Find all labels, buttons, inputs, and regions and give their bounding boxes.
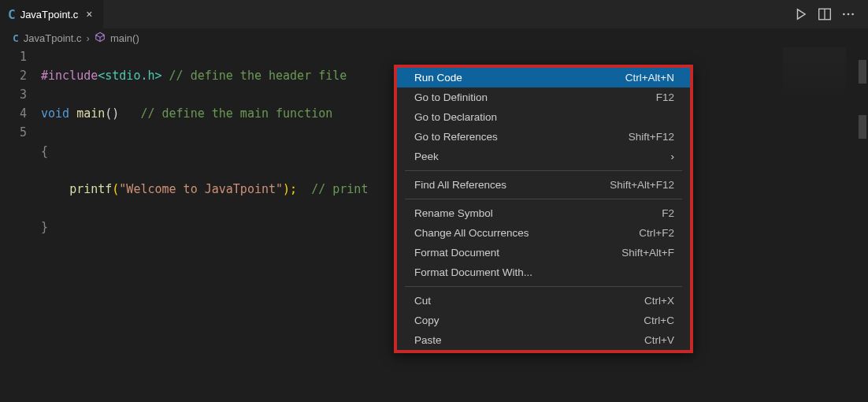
tab-label: JavaTpoint.c (20, 9, 79, 20)
vertical-scrollbar[interactable] (857, 28, 868, 402)
scrollbar-thumb[interactable] (859, 60, 866, 84)
menu-item-label: Peek (414, 151, 439, 162)
run-icon[interactable] (792, 6, 810, 23)
editor-context-menu: Run Code Ctrl+Alt+N Go to Definition F12… (394, 65, 693, 353)
menu-item-find-all-references[interactable]: Find All References Shift+Alt+F12 (397, 175, 690, 195)
menu-item-shortcut: F12 (656, 91, 674, 103)
menu-item-shortcut: Shift+Alt+F (621, 247, 674, 259)
line-number: 5 (0, 123, 27, 142)
minimap[interactable] (783, 47, 846, 102)
menu-item-label: Run Code (414, 72, 462, 84)
menu-item-run-code[interactable]: Run Code Ctrl+Alt+N (397, 68, 690, 87)
menu-item-change-all-occurrences[interactable]: Change All Occurrences Ctrl+F2 (397, 223, 690, 243)
line-number: 3 (0, 85, 27, 104)
c-file-icon: C (8, 7, 16, 22)
menu-separator (405, 199, 682, 199)
menu-item-shortcut: Ctrl+X (644, 295, 674, 307)
menu-item-label: Rename Symbol (414, 207, 493, 219)
split-editor-icon[interactable] (816, 6, 833, 23)
menu-separator (405, 170, 682, 171)
menu-item-label: Find All References (414, 179, 506, 191)
menu-item-go-to-references[interactable]: Go to References Shift+F12 (397, 127, 690, 147)
line-number-gutter: 1 2 3 4 5 (0, 47, 41, 274)
menu-item-shortcut: Ctrl+V (644, 334, 674, 346)
menu-item-label: Go to References (414, 131, 498, 143)
menu-item-shortcut: Ctrl+F2 (639, 227, 674, 239)
menu-item-paste[interactable]: Paste Ctrl+V (397, 330, 690, 350)
menu-item-label: Paste (414, 334, 442, 346)
menu-item-label: Change All Occurrences (414, 227, 529, 239)
tab-bar: C JavaTpoint.c × (0, 0, 868, 28)
menu-item-format-document-with[interactable]: Format Document With... (397, 262, 690, 282)
menu-item-label: Format Document With... (414, 266, 532, 278)
editor-tab[interactable]: C JavaTpoint.c × (0, 0, 104, 28)
menu-item-format-document[interactable]: Format Document Shift+Alt+F (397, 243, 690, 262)
menu-item-label: Go to Declaration (414, 111, 497, 123)
menu-item-label: Go to Definition (414, 91, 488, 103)
menu-item-shortcut: Shift+F12 (629, 131, 674, 143)
symbol-method-icon (95, 32, 106, 45)
menu-item-shortcut: Shift+Alt+F12 (610, 179, 674, 191)
menu-item-shortcut: Ctrl+C (644, 315, 674, 326)
breadcrumb[interactable]: C JavaTpoint.c › main() (0, 28, 868, 47)
svg-point-3 (848, 13, 850, 16)
menu-item-shortcut: F2 (662, 207, 674, 219)
menu-item-label: Copy (414, 315, 440, 326)
breadcrumb-file[interactable]: JavaTpoint.c (24, 32, 82, 44)
menu-item-label: Format Document (414, 247, 499, 259)
code-content[interactable]: #include<stdio.h> // define the header f… (41, 47, 368, 274)
menu-item-shortcut: Ctrl+Alt+N (625, 72, 674, 84)
svg-point-2 (843, 13, 845, 16)
editor-title-actions (792, 6, 868, 23)
menu-item-go-to-definition[interactable]: Go to Definition F12 (397, 87, 690, 107)
menu-item-peek[interactable]: Peek › (397, 147, 690, 166)
scrollbar-thumb[interactable] (859, 115, 866, 139)
svg-point-4 (851, 13, 854, 16)
line-number: 4 (0, 104, 27, 123)
breadcrumb-symbol[interactable]: main() (110, 32, 139, 44)
c-file-icon: C (13, 32, 19, 44)
menu-item-label: Cut (414, 295, 431, 307)
menu-item-cut[interactable]: Cut Ctrl+X (397, 291, 690, 311)
chevron-right-icon: › (671, 151, 675, 162)
close-icon[interactable]: × (83, 8, 95, 20)
line-number: 2 (0, 66, 27, 85)
line-number: 1 (0, 47, 27, 66)
menu-item-rename-symbol[interactable]: Rename Symbol F2 (397, 203, 690, 223)
more-actions-icon[interactable] (840, 6, 857, 23)
menu-item-copy[interactable]: Copy Ctrl+C (397, 311, 690, 330)
menu-separator (405, 286, 682, 287)
menu-item-go-to-declaration[interactable]: Go to Declaration (397, 107, 690, 127)
chevron-right-icon: › (87, 32, 90, 44)
